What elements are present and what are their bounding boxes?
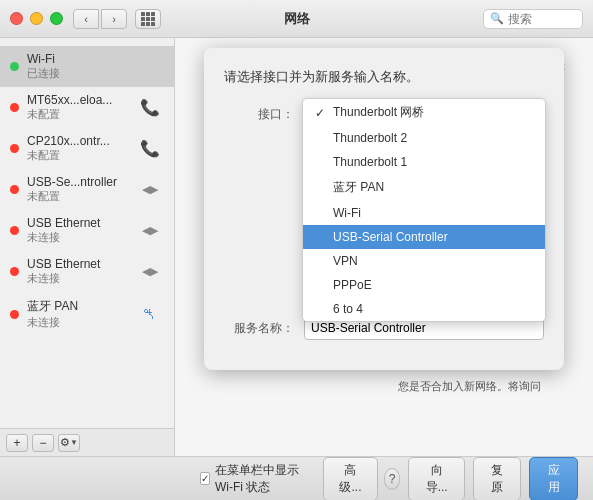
dropdown-item-thunderbolt2[interactable]: Thunderbolt 2 (303, 126, 545, 150)
sidebar-item-status: 未连接 (27, 230, 128, 245)
status-dot-wifi (10, 62, 19, 71)
dropdown-item-pppoe[interactable]: PPPoE (303, 273, 545, 297)
search-box[interactable]: 🔍 (483, 9, 583, 29)
back-button[interactable]: ‹ (73, 9, 99, 29)
sidebar-item-name: CP210x...ontr... (27, 134, 128, 148)
search-input[interactable] (508, 12, 578, 26)
grid-button[interactable] (135, 9, 161, 29)
bottom-left: ✓ 在菜单栏中显示 Wi-Fi 状态 高级... ? (15, 457, 400, 501)
phone-icon: 📞 (136, 135, 164, 163)
status-dot (10, 267, 19, 276)
revert-button[interactable]: 复原 (473, 457, 522, 501)
content-area: 其他用户可以通过您的 AirPort (2.4 GHz"，其 IP 您是否合加入… (175, 38, 593, 456)
remove-service-button[interactable]: − (32, 434, 54, 452)
sidebar-item-mt65xx[interactable]: MT65xx...eloa... 未配置 📞 (0, 87, 174, 128)
check-icon: ✓ (313, 106, 327, 120)
sidebar-item-info: USB Ethernet 未连接 (27, 216, 128, 245)
dropdown-item-usb-serial[interactable]: USB-Serial Controller (303, 225, 545, 249)
maximize-button[interactable] (50, 12, 63, 25)
sidebar-item-status: 未配置 (27, 148, 128, 163)
nav-buttons: ‹ › (73, 9, 127, 29)
sidebar-item-name: Wi-Fi (27, 52, 164, 66)
sidebar-item-info: 蓝牙 PAN 未连接 (27, 298, 128, 330)
checkbox-label: ✓ 在菜单栏中显示 Wi-Fi 状态 (200, 462, 317, 496)
status-dot (10, 185, 19, 194)
sidebar-item-wifi[interactable]: Wi-Fi 已连接 (0, 46, 174, 87)
forward-button[interactable]: › (101, 9, 127, 29)
sidebar-item-name: USB Ethernet (27, 257, 128, 271)
titlebar: ‹ › 网络 🔍 (0, 0, 593, 38)
sidebar-item-status: 未配置 (27, 189, 128, 204)
help-button[interactable]: ? (384, 468, 401, 490)
status-dot (10, 103, 19, 112)
close-button[interactable] (10, 12, 23, 25)
sidebar-item-status: 未配置 (27, 107, 128, 122)
sidebar-item-name: USB Ethernet (27, 216, 128, 230)
minimize-button[interactable] (30, 12, 43, 25)
gear-icon: ⚙ (60, 436, 70, 449)
bottombar: ✓ 在菜单栏中显示 Wi-Fi 状态 高级... ? 向导... 复原 应用 (0, 456, 593, 500)
dropdown-item-thunderbolt1[interactable]: Thunderbolt 1 (303, 150, 545, 174)
main-area: Wi-Fi 已连接 MT65xx...eloa... 未配置 📞 CP210x.… (0, 38, 593, 456)
sidebar-item-status: 未连接 (27, 271, 128, 286)
wifi-status-checkbox[interactable]: ✓ (200, 472, 210, 485)
sidebar-item-status: 已连接 (27, 66, 164, 81)
dialog: 请选择接口并为新服务输入名称。 接口： USB-Serial Controlle… (204, 48, 564, 370)
apply-button[interactable]: 应用 (529, 457, 578, 501)
sidebar: Wi-Fi 已连接 MT65xx...eloa... 未配置 📞 CP210x.… (0, 38, 175, 456)
dropdown-item-wifi[interactable]: Wi-Fi (303, 201, 545, 225)
sidebar-footer: + − ⚙ ▼ (0, 428, 175, 456)
phone-icon: 📞 (136, 94, 164, 122)
status-dot (10, 144, 19, 153)
sidebar-item-status: 未连接 (27, 315, 128, 330)
sidebar-item-info: CP210x...ontr... 未配置 (27, 134, 128, 163)
arrows-icon: ◀▶ (136, 176, 164, 204)
sidebar-item-info: MT65xx...eloa... 未配置 (27, 93, 128, 122)
bluetooth-icon: ⯲ (136, 300, 164, 328)
dropdown-item-thunderbolt-bridge[interactable]: ✓ Thunderbolt 网桥 (303, 99, 545, 126)
add-service-button[interactable]: + (6, 434, 28, 452)
search-icon: 🔍 (490, 12, 504, 25)
dropdown-item-bluetooth-pan[interactable]: 蓝牙 PAN (303, 174, 545, 201)
sidebar-item-usb-serial[interactable]: USB-Se...ntroller 未配置 ◀▶ (0, 169, 174, 210)
interface-row: 接口： USB-Serial Controller ✓ Thunderbolt … (224, 102, 544, 126)
sidebar-item-name: MT65xx...eloa... (27, 93, 128, 107)
sidebar-item-info: Wi-Fi 已连接 (27, 52, 164, 81)
dropdown-item-vpn[interactable]: VPN (303, 249, 545, 273)
advanced-button[interactable]: 高级... (323, 457, 378, 501)
wifi-status-label: 在菜单栏中显示 Wi-Fi 状态 (215, 462, 317, 496)
status-dot (10, 226, 19, 235)
sidebar-item-name: 蓝牙 PAN (27, 298, 128, 315)
dialog-title: 请选择接口并为新服务输入名称。 (224, 68, 544, 86)
dropdown-item-6to4[interactable]: 6 to 4 (303, 297, 545, 321)
sidebar-item-usb-eth2[interactable]: USB Ethernet 未连接 ◀▶ (0, 251, 174, 292)
dialog-overlay: 请选择接口并为新服务输入名称。 接口： USB-Serial Controlle… (175, 38, 593, 456)
dropdown-menu: ✓ Thunderbolt 网桥 Thunderbolt 2 Thunderbo… (302, 98, 546, 322)
sidebar-item-bluetooth[interactable]: 蓝牙 PAN 未连接 ⯲ (0, 292, 174, 336)
arrows-icon: ◀▶ (136, 217, 164, 245)
chevron-down-icon: ▼ (70, 438, 78, 447)
wizard-button[interactable]: 向导... (408, 457, 464, 501)
interface-label: 接口： (224, 106, 294, 123)
sidebar-item-info: USB Ethernet 未连接 (27, 257, 128, 286)
traffic-lights (10, 12, 63, 25)
arrows-icon: ◀▶ (136, 258, 164, 286)
sidebar-item-cp210x[interactable]: CP210x...ontr... 未配置 📞 (0, 128, 174, 169)
dropdown-container[interactable]: USB-Serial Controller ✓ Thunderbolt 网桥 T… (304, 102, 544, 126)
service-label: 服务名称： (224, 320, 294, 337)
sidebar-item-usb-eth1[interactable]: USB Ethernet 未连接 ◀▶ (0, 210, 174, 251)
grid-icon (141, 12, 155, 26)
window-title: 网络 (284, 10, 310, 28)
sidebar-item-name: USB-Se...ntroller (27, 175, 128, 189)
action-menu-button[interactable]: ⚙ ▼ (58, 434, 80, 452)
status-dot (10, 310, 19, 319)
sidebar-item-info: USB-Se...ntroller 未配置 (27, 175, 128, 204)
